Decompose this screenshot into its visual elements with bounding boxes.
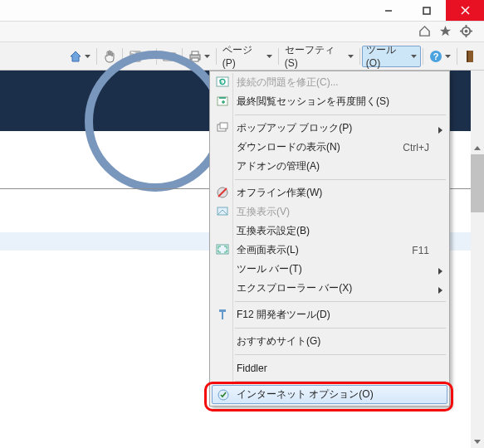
menu-item-label: F12 開発者ツール(D) xyxy=(237,308,330,322)
popup-icon xyxy=(216,121,229,134)
menu-item-shortcut: F11 xyxy=(412,245,429,256)
window-titlebar xyxy=(0,0,484,22)
menu-item-label: インターネット オプション(O) xyxy=(237,387,374,402)
help-button[interactable]: ? xyxy=(425,46,455,67)
separator xyxy=(359,48,360,65)
svg-rect-15 xyxy=(192,58,198,61)
menu-item-label: ポップアップ ブロック(P) xyxy=(237,121,352,135)
home-icon[interactable] xyxy=(418,25,431,39)
menu-item-label: エクスプローラー バー(X) xyxy=(237,281,352,295)
extension-button[interactable] xyxy=(459,46,481,67)
maximize-button[interactable] xyxy=(408,0,446,21)
reopen-icon xyxy=(216,95,229,108)
door-icon xyxy=(463,50,477,63)
compat-icon xyxy=(216,205,229,218)
chevron-down-icon xyxy=(411,55,417,58)
menu-item[interactable]: インターネット オプション(O) xyxy=(212,385,447,404)
devtools-icon xyxy=(216,308,229,321)
menu-item-label: おすすめサイト(G) xyxy=(237,334,320,348)
submenu-arrow-icon xyxy=(438,285,442,296)
menu-item[interactable]: ダウンロードの表示(N)Ctrl+J xyxy=(212,138,447,157)
menu-item-label: ツール バー(T) xyxy=(237,262,302,276)
menu-item-label: 最終閲覧セッションを再度開く(S) xyxy=(237,95,389,109)
svg-rect-1 xyxy=(423,7,430,14)
menu-item-label: ダウンロードの表示(N) xyxy=(237,140,340,154)
submenu-arrow-icon xyxy=(438,124,442,136)
menu-separator xyxy=(235,328,446,329)
svg-point-5 xyxy=(465,29,468,32)
chevron-down-icon xyxy=(204,55,210,58)
chevron-down-icon xyxy=(445,55,451,58)
menu-item-label: アドオンの管理(A) xyxy=(237,159,320,173)
menu-separator xyxy=(235,114,446,115)
separator xyxy=(96,48,97,65)
safety-menu-button[interactable]: セーフティ(S) xyxy=(281,46,358,67)
minimize-button[interactable] xyxy=(369,0,408,21)
menu-item[interactable]: 互換表示設定(B) xyxy=(212,222,447,241)
svg-rect-29 xyxy=(222,312,223,319)
menu-item[interactable]: アドオンの管理(A) xyxy=(212,157,447,176)
tools-dropdown-menu: 接続の問題を修正(C)...最終閲覧セッションを再度開く(S)ポップアップ ブロ… xyxy=(209,71,450,407)
svg-rect-23 xyxy=(220,123,227,129)
home-button[interactable] xyxy=(65,46,95,67)
home-icon xyxy=(69,50,82,63)
submenu-arrow-icon xyxy=(438,265,442,277)
menu-item[interactable]: Fiddler xyxy=(212,358,447,377)
page-menu-label: ページ(P) xyxy=(222,43,264,69)
menu-separator xyxy=(235,381,446,382)
chevron-down-icon xyxy=(266,55,272,58)
scroll-down-button[interactable] xyxy=(471,435,484,448)
svg-text:?: ? xyxy=(433,51,439,61)
svg-rect-14 xyxy=(192,51,198,55)
menu-item-label: 全画面表示(L) xyxy=(237,243,299,257)
gear-icon[interactable] xyxy=(460,25,472,39)
command-toolbar: ページ(P) セーフティ(S) ツール(O) ? xyxy=(0,42,484,71)
refresh-icon xyxy=(216,75,229,89)
chevron-down-icon xyxy=(348,55,354,58)
menu-item: 接続の問題を修正(C)... xyxy=(212,73,447,92)
menu-separator xyxy=(235,301,446,302)
menu-item: 互換表示(V) xyxy=(212,202,447,222)
help-icon: ? xyxy=(429,50,442,63)
banner-arc-graphic xyxy=(85,51,226,192)
hand-icon xyxy=(103,50,116,63)
options-icon xyxy=(217,388,230,402)
menu-item[interactable]: 全画面表示(L)F11 xyxy=(212,241,447,260)
menu-separator xyxy=(235,354,446,355)
menu-item-label: オフライン作業(W) xyxy=(237,186,322,200)
menu-item[interactable]: 最終閲覧セッションを再度開く(S) xyxy=(212,92,447,111)
menu-item[interactable]: ポップアップ ブロック(P) xyxy=(212,119,447,138)
separator xyxy=(216,48,217,65)
tools-menu-label: ツール(O) xyxy=(366,43,408,69)
scrollbar-thumb[interactable] xyxy=(471,154,484,212)
svg-rect-28 xyxy=(219,309,226,312)
menu-item-label: 互換表示(V) xyxy=(237,205,290,219)
menu-item[interactable]: ツール バー(T) xyxy=(212,260,447,279)
vertical-scrollbar[interactable] xyxy=(471,141,484,448)
icon-row xyxy=(0,22,484,42)
menu-item-label: Fiddler xyxy=(237,363,267,374)
menu-item[interactable]: おすすめサイト(G) xyxy=(212,332,447,351)
page-menu-button[interactable]: ページ(P) xyxy=(218,46,276,67)
separator xyxy=(278,48,279,65)
close-button[interactable] xyxy=(446,0,484,21)
menu-item[interactable]: F12 開発者ツール(D) xyxy=(212,305,447,324)
separator xyxy=(423,48,423,65)
favorites-icon[interactable] xyxy=(439,25,452,39)
menu-separator xyxy=(235,179,446,180)
menu-item-label: 互換表示設定(B) xyxy=(237,224,310,238)
scroll-up-button[interactable] xyxy=(471,141,484,154)
svg-rect-19 xyxy=(467,51,468,62)
tools-menu-button[interactable]: ツール(O) xyxy=(362,46,421,67)
menu-item[interactable]: オフライン作業(W) xyxy=(212,183,447,202)
menu-item[interactable]: エクスプローラー バー(X) xyxy=(212,279,447,298)
menu-item-shortcut: Ctrl+J xyxy=(403,142,429,153)
offline-icon xyxy=(216,186,229,199)
fullscreen-icon xyxy=(216,243,229,256)
separator xyxy=(457,48,457,65)
safety-menu-label: セーフティ(S) xyxy=(285,43,345,69)
svg-rect-18 xyxy=(467,51,473,62)
menu-item-label: 接続の問題を修正(C)... xyxy=(237,75,339,90)
chevron-down-icon xyxy=(85,55,90,58)
